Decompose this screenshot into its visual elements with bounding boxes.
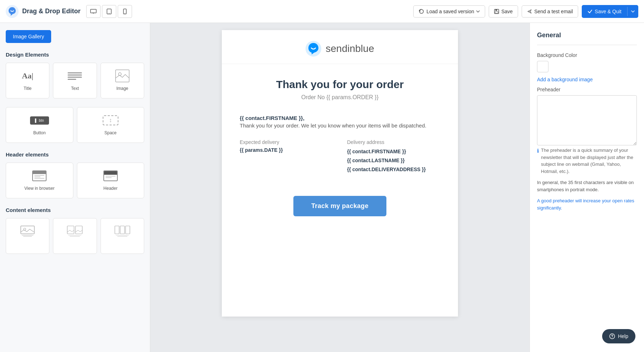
svg-point-29: [610, 334, 615, 339]
dropdown-arrow-icon: [476, 10, 480, 13]
svg-rect-20: [75, 226, 82, 234]
load-version-btn[interactable]: Load a saved version: [413, 5, 485, 18]
email-order-number: Order No {{ params.ORDER }}: [240, 94, 440, 101]
svg-point-7: [125, 13, 125, 13]
load-version-label: Load a saved version: [426, 9, 474, 14]
content-elements-grid: [6, 218, 144, 254]
track-btn-section: Track my package: [240, 189, 440, 231]
image-label: Image: [116, 86, 128, 91]
save-icon: [494, 9, 499, 14]
sendinblue-logo: sendinblue: [306, 41, 374, 57]
content-two-image-card[interactable]: [53, 218, 97, 254]
design-elements-grid: Aa| Title Text: [6, 63, 144, 98]
image-gallery-btn[interactable]: Image Gallery: [6, 30, 51, 43]
help-icon: [609, 333, 615, 339]
delivery-address-label: Delivery address: [347, 139, 440, 145]
bg-color-swatch[interactable]: [537, 61, 548, 72]
email-title-section: Thank you for your order Order No {{ par…: [240, 78, 440, 101]
header-icon: [102, 169, 119, 183]
delivery-address-col: Delivery address {{ contact.FIRSTNAME }}…: [347, 139, 440, 174]
email-greeting-text: Thank you for your order. We let you kno…: [240, 122, 440, 129]
text-element-card[interactable]: Text: [53, 63, 97, 98]
preheader-textarea[interactable]: [537, 95, 637, 145]
topbar-left: Drag & Drop Editor: [6, 5, 132, 18]
title-icon: Aa|: [19, 69, 36, 83]
view-in-browser-card[interactable]: View in browser: [6, 163, 73, 198]
track-package-btn[interactable]: Track my package: [293, 196, 386, 216]
bg-color-label: Background Color: [537, 52, 637, 58]
content-img3-icon: [114, 224, 131, 238]
check-icon: [587, 9, 592, 14]
content-single-image-card[interactable]: [6, 218, 49, 254]
preheader-info-text: ℹ The preheader is a quick summary of yo…: [537, 147, 637, 175]
good-preheader-text: A good preheader will increase your open…: [537, 197, 637, 211]
header-element-label: Header: [103, 186, 117, 191]
browser-icon: [31, 169, 48, 183]
space-icon: ↕: [102, 113, 119, 127]
main-layout: Image Gallery Design Elements Aa| Title: [0, 23, 644, 352]
test-email-label: Send a test email: [534, 9, 573, 14]
svg-point-30: [612, 337, 613, 337]
help-btn[interactable]: Help: [602, 329, 635, 343]
sendinblue-brand-icon: [306, 41, 321, 57]
expected-delivery-label: Expected delivery: [240, 139, 333, 145]
svg-rect-25: [126, 226, 130, 234]
preheader-label: Preheader: [537, 87, 637, 92]
content-three-image-card[interactable]: [101, 218, 144, 254]
email-canvas: sendinblue Thank you for your order Orde…: [222, 30, 458, 317]
mobile-view-btn[interactable]: [118, 5, 132, 18]
general-section-title: General: [537, 32, 637, 39]
space-element-card[interactable]: ↕ Space: [77, 107, 145, 143]
logo-area: Drag & Drop Editor: [6, 5, 80, 18]
image-icon: [114, 69, 131, 83]
email-greeting-name: {{ contact.FIRSTNAME }},: [240, 115, 440, 121]
header-element-card[interactable]: Header: [77, 163, 145, 198]
email-header-logo: sendinblue: [222, 30, 458, 64]
svg-rect-11: [495, 11, 498, 13]
title-element-card[interactable]: Aa| Title: [6, 63, 49, 98]
design-elements-grid2: ▌ btn Button ↕ Space: [6, 107, 144, 143]
text-icon: [66, 69, 83, 83]
save-quit-dropdown[interactable]: [627, 7, 638, 16]
tablet-view-btn[interactable]: [102, 5, 116, 18]
load-icon: [419, 9, 424, 14]
delivery-address-value: {{ contact.FIRSTNAME }} {{ contact.LASTN…: [347, 147, 440, 174]
save-label: Save: [501, 9, 513, 14]
svg-rect-24: [120, 226, 125, 234]
svg-rect-19: [67, 226, 74, 234]
save-quit-chevron: [631, 10, 635, 13]
test-email-btn[interactable]: Send a test email: [522, 5, 578, 18]
email-main-title: Thank you for your order: [240, 78, 440, 91]
right-sidebar: General Background Color Add a backgroun…: [530, 23, 644, 352]
header-elements-title: Header elements: [6, 151, 144, 158]
svg-rect-1: [91, 9, 96, 13]
svg-rect-15: [21, 226, 34, 234]
topbar: Drag & Drop Editor Load a saved version …: [0, 0, 644, 23]
view-in-browser-label: View in browser: [24, 186, 54, 191]
add-bg-image-link[interactable]: Add a background image: [537, 77, 637, 82]
save-quit-btn[interactable]: Save & Quit: [582, 5, 638, 18]
expected-delivery-col: Expected delivery {{ params.DATE }}: [240, 139, 333, 174]
svg-point-14: [118, 73, 121, 76]
button-label: Button: [33, 130, 46, 135]
send-icon: [527, 9, 532, 14]
email-greeting: {{ contact.FIRSTNAME }}, Thank you for y…: [240, 115, 440, 129]
content-img1-icon: [19, 224, 36, 238]
svg-point-5: [109, 13, 109, 14]
button-element-card[interactable]: ▌ btn Button: [6, 107, 73, 143]
svg-rect-23: [115, 226, 119, 234]
header-elements-grid: View in browser Header: [6, 163, 144, 198]
button-icon: ▌ btn: [31, 113, 48, 127]
email-delivery-row: Expected delivery {{ params.DATE }} Deli…: [240, 139, 440, 174]
content-elements-title: Content elements: [6, 207, 144, 213]
info-icon: ℹ: [537, 147, 539, 175]
svg-rect-10: [496, 9, 497, 11]
desktop-view-btn[interactable]: [86, 5, 101, 18]
svg-point-8: [420, 9, 424, 13]
save-btn[interactable]: Save: [489, 5, 518, 18]
content-img2-icon: [66, 224, 83, 238]
space-label: Space: [104, 130, 117, 135]
image-element-card[interactable]: Image: [101, 63, 144, 98]
right-divider: [537, 45, 637, 45]
sendinblue-logo-icon: [6, 5, 19, 18]
